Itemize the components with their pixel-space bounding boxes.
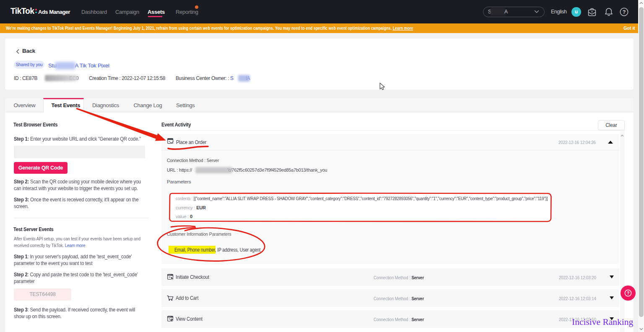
svg-text:?: ? [623, 9, 626, 15]
svg-text:?: ? [627, 291, 629, 296]
